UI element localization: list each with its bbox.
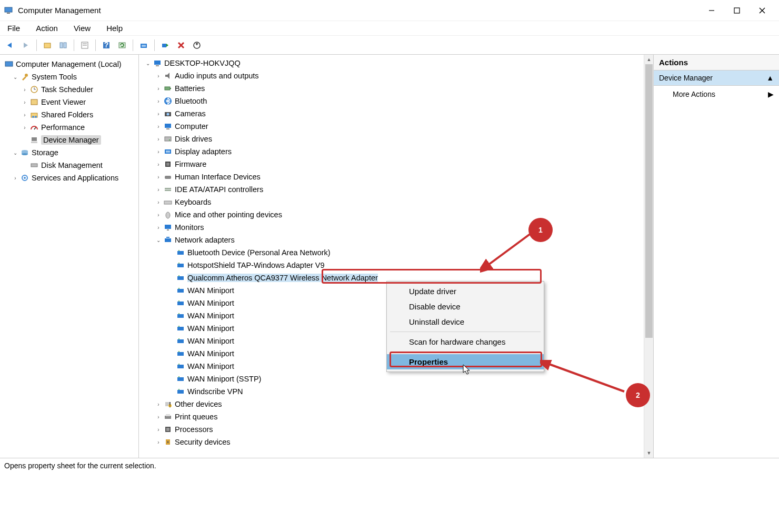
update-driver-button[interactable]: [190, 38, 204, 52]
tree-event-viewer[interactable]: ›Event Viewer: [2, 96, 136, 108]
callout-badge-2: 2: [626, 383, 650, 407]
adapter-icon: [176, 298, 185, 308]
svg-point-28: [32, 116, 34, 118]
svg-point-58: [166, 212, 170, 218]
minimize-button[interactable]: [699, 2, 724, 19]
help-button[interactable]: ?: [99, 38, 113, 52]
svg-rect-72: [177, 314, 184, 318]
ctx-disable-device[interactable]: Disable device: [387, 299, 544, 314]
device-category[interactable]: ›Mice and other pointing devices: [143, 208, 652, 221]
tree-device-manager[interactable]: Device Manager: [2, 134, 136, 146]
refresh-button[interactable]: [115, 38, 129, 52]
category-icon: [163, 159, 173, 169]
device-category[interactable]: ›Disk drives: [143, 133, 652, 145]
tree-storage[interactable]: ⌄Storage: [2, 146, 136, 159]
up-button[interactable]: [41, 38, 54, 52]
device-category[interactable]: ›IDE ATA/ATAPI controllers: [143, 183, 652, 196]
device-tree-pane: ⌄DESKTOP-HOKVJQQ›Audio inputs and output…: [139, 55, 654, 458]
tree-system-tools[interactable]: ⌄System Tools: [2, 71, 136, 83]
device-category[interactable]: ›Batteries: [143, 82, 652, 95]
device-category[interactable]: ›Audio inputs and outputs: [143, 69, 652, 82]
show-hide-button[interactable]: [56, 38, 70, 52]
close-button[interactable]: [750, 2, 775, 19]
category-icon: [163, 197, 173, 207]
menu-help[interactable]: Help: [103, 23, 126, 34]
adapter-icon: [176, 362, 185, 371]
tree-root[interactable]: Computer Management (Local): [2, 58, 136, 71]
svg-point-71: [178, 300, 179, 302]
device-root[interactable]: ⌄DESKTOP-HOKVJQQ: [143, 57, 652, 69]
svg-rect-84: [177, 390, 184, 394]
svg-point-75: [178, 326, 179, 327]
svg-rect-46: [165, 124, 171, 128]
svg-point-79: [178, 351, 179, 352]
svg-rect-36: [31, 164, 37, 167]
device-category[interactable]: ›Bluetooth: [143, 95, 652, 107]
svg-rect-48: [165, 137, 171, 141]
properties-button[interactable]: [78, 38, 92, 52]
forward-button[interactable]: [19, 38, 33, 52]
menu-file[interactable]: File: [4, 23, 23, 34]
svg-rect-62: [177, 251, 184, 255]
device-category[interactable]: ›Display adapters: [143, 145, 652, 158]
svg-rect-60: [167, 229, 169, 230]
actions-more[interactable]: More Actions ▶: [654, 86, 779, 103]
tree-performance[interactable]: ›Performance: [2, 121, 136, 134]
svg-rect-1: [7, 13, 10, 14]
device-item[interactable]: WAN Miniport (SSTP): [143, 373, 652, 385]
device-item[interactable]: HotspotShield TAP-Windows Adapter V9: [143, 259, 652, 272]
scrollbar-thumb[interactable]: [645, 64, 653, 338]
svg-point-35: [22, 153, 28, 155]
tree-shared-folders[interactable]: ›Shared Folders: [2, 108, 136, 121]
device-category[interactable]: ›Processors: [143, 423, 652, 436]
tree-disk-management[interactable]: Disk Management: [2, 159, 136, 172]
device-category[interactable]: ›Print queues: [143, 410, 652, 423]
category-icon: [163, 210, 173, 219]
back-button[interactable]: [3, 38, 17, 52]
menu-view[interactable]: View: [71, 23, 94, 34]
menu-action[interactable]: Action: [33, 23, 61, 34]
svg-rect-47: [166, 128, 169, 129]
device-item[interactable]: Windscribe VPN: [143, 385, 652, 398]
folder-share-icon: [29, 110, 39, 119]
device-item[interactable]: Bluetooth Device (Personal Area Network): [143, 246, 652, 259]
svg-rect-53: [166, 163, 169, 166]
device-category[interactable]: ›Computer: [143, 120, 652, 133]
svg-point-63: [178, 250, 179, 251]
ctx-update-driver[interactable]: Update driver: [387, 284, 544, 299]
chevron-right-icon: ▶: [768, 90, 774, 98]
device-category[interactable]: ›Cameras: [143, 107, 652, 120]
device-category[interactable]: ›!Other devices: [143, 398, 652, 410]
svg-point-49: [169, 139, 170, 140]
svg-rect-80: [177, 365, 184, 368]
event-icon: [29, 97, 39, 107]
ctx-scan-hardware[interactable]: Scan for hardware changes: [387, 334, 544, 349]
svg-rect-82: [177, 377, 184, 381]
tree-services-apps[interactable]: ›Services and Applications: [2, 172, 136, 184]
actions-pane: Actions Device Manager ▲ More Actions ▶: [654, 55, 779, 458]
device-category[interactable]: ›Monitors: [143, 221, 652, 234]
device-category[interactable]: ›Security devices: [143, 436, 652, 448]
device-category[interactable]: ›Keyboards: [143, 196, 652, 208]
actions-header: Actions: [654, 55, 779, 71]
ctx-properties[interactable]: Properties: [387, 354, 544, 369]
actions-selected[interactable]: Device Manager ▲: [654, 71, 779, 86]
scan-button[interactable]: [137, 38, 151, 52]
console-tree: Computer Management (Local) ⌄System Tool…: [0, 55, 139, 458]
ctx-uninstall-device[interactable]: Uninstall device: [387, 314, 544, 329]
svg-rect-32: [31, 142, 37, 143]
svg-rect-68: [177, 289, 184, 293]
device-category[interactable]: ›Human Interface Devices: [143, 170, 652, 183]
svg-rect-17: [162, 44, 166, 47]
svg-rect-57: [164, 201, 172, 204]
uninstall-button[interactable]: [174, 38, 188, 52]
category-icon: [163, 437, 173, 447]
enable-device-button[interactable]: [158, 38, 172, 52]
device-category[interactable]: ⌄Network adapters: [143, 234, 652, 246]
computer-icon: [153, 58, 162, 68]
adapter-icon: [176, 311, 185, 320]
svg-rect-76: [177, 339, 184, 343]
tree-task-scheduler[interactable]: ›Task Scheduler: [2, 83, 136, 96]
device-category[interactable]: ›Firmware: [143, 158, 652, 170]
maximize-button[interactable]: [724, 2, 750, 19]
